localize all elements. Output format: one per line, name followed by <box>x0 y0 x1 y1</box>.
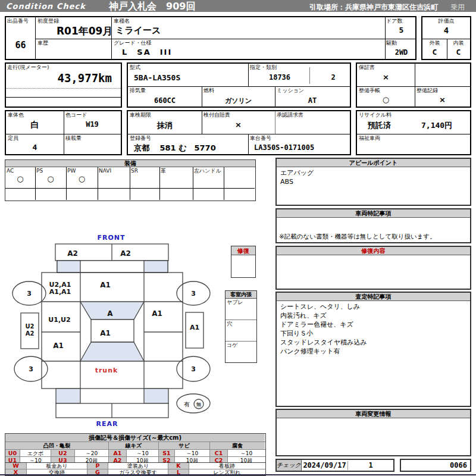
rear-window <box>80 342 144 361</box>
mark-front-bumper-right: A2 <box>120 249 131 258</box>
type-fuel-box: 型式 5BA-LA350S 指定・類別 18736 2 排気量 660CC 燃料… <box>127 62 351 108</box>
vehicle-change-title: 車両変更情報 <box>277 410 470 418</box>
mileage-label: 走行(現メーター) <box>7 64 49 70</box>
spare-tire-mark <box>177 394 210 413</box>
mark-hood: A1 <box>100 281 111 289</box>
mark-code: K <box>168 463 189 469</box>
divider <box>64 111 64 154</box>
chassis-type-value: 5BA-LA350S <box>134 73 180 82</box>
divider <box>130 167 130 200</box>
exterior-label: 外装 <box>422 40 447 46</box>
legend-code: A1 <box>108 450 126 456</box>
assessment-notes-panel: 査定特記事項 シートスレ、ヘタリ、しみ 内装汚れ、キズ ドアミラー色褪せ、キズ … <box>275 292 471 407</box>
displacement-label: 排気量 <box>130 87 146 93</box>
load-label: 積載量 <box>65 135 82 141</box>
mark-right-door: A1 <box>152 309 162 318</box>
equipment-ac-label: AC <box>7 168 14 174</box>
maintenance-book-value: ○ <box>357 95 415 104</box>
score-label: 評価点 <box>422 18 470 24</box>
jibaiseki-value: × <box>202 120 275 129</box>
assessment-line: シートスレ、ヘタリ、しみ <box>277 301 470 311</box>
approval-request-label: 承認請求書 <box>277 112 303 118</box>
rear-label: REAR <box>96 420 118 428</box>
wheel-rl-depth: 3 <box>29 365 33 373</box>
score-value: 4 <box>422 26 470 35</box>
grade-value: L SA III <box>122 47 172 58</box>
lot-number-value: 66 <box>6 40 35 51</box>
divider <box>35 17 36 59</box>
warranty-label: 保証書 <box>359 64 375 70</box>
divider <box>35 167 36 200</box>
history-label: 車歴 <box>37 40 48 46</box>
legend-desc: ～10 <box>174 450 209 456</box>
divider <box>128 86 350 87</box>
doors-value: 5 <box>385 26 418 35</box>
class-number2-value: 2 <box>324 73 342 82</box>
mark-left-side-1: U2 <box>25 323 34 330</box>
cabin-item-tear-label: ヤブレ <box>226 299 256 305</box>
spare-no-label: 無 <box>196 402 202 408</box>
condition-check-logo: Condition Check <box>6 2 86 11</box>
repair-mini-title: 修復 <box>231 246 255 255</box>
divider <box>275 111 275 134</box>
repair-details-panel: 修復内容 <box>275 246 471 290</box>
color-capacity-box: 車体色 白 色コード W19 定員 4 積載量 <box>5 110 122 155</box>
vin-value: LA350S-0171005 <box>254 143 314 152</box>
appeal-line: ABS <box>277 177 470 186</box>
repair-details-title: 修復内容 <box>277 247 470 255</box>
equipment-ps-label: PS <box>36 168 43 174</box>
class-number-label: 指定・類別 <box>250 64 277 70</box>
cabin-item-burn-label: コゲ <box>226 342 256 348</box>
legend-desc: ～20 <box>74 450 108 456</box>
equipment-title: 装備 <box>5 160 255 167</box>
check-count-value: 1 <box>348 461 393 469</box>
capacity-label: 定員 <box>8 135 18 141</box>
shaken-expiry-value: 抹消 <box>128 120 202 131</box>
cowl-corner-left <box>57 261 80 273</box>
mark-roof: A1 <box>100 329 111 337</box>
recycle-fee-value: 7,140円 <box>421 120 452 131</box>
cabin-interior-box: 客室内張 ヤブレ 穴 コゲ <box>225 290 257 363</box>
divider <box>357 86 470 87</box>
legend-code: U0 <box>5 450 20 456</box>
mark-desc: 板金あり <box>26 463 87 469</box>
cabin-interior-title: 客室内張 <box>226 291 256 299</box>
first-registration-value: R01年09月 <box>57 24 112 38</box>
mark-code: W <box>5 463 26 469</box>
divider <box>6 88 121 89</box>
bottom-rule <box>0 474 476 475</box>
divider <box>6 97 121 98</box>
appeal-points-title: アピールポイント <box>277 159 470 167</box>
maintenance-book-label: 整備手帳 <box>359 87 380 93</box>
recycle-fee-label: リサイクル料 <box>359 112 392 118</box>
roof <box>91 320 134 342</box>
displacement-value: 660CC <box>128 96 202 105</box>
sheet-number-value: 0066 <box>450 461 467 469</box>
drive-value: 2WD <box>385 48 418 57</box>
vin-label: 車台番号 <box>250 135 271 141</box>
color-code-label: 色コード <box>65 112 87 118</box>
sheet-number-box: 0066 <box>400 459 471 472</box>
maintenance-record-value: × <box>415 95 470 104</box>
registration-number-value: 京都 581 む 5770 <box>134 143 216 154</box>
divider <box>98 167 98 200</box>
assessment-line: ドアミラー色褪せ、キズ <box>277 320 470 329</box>
class-number-value: 18736 <box>253 73 306 82</box>
appeal-points-panel: アピールポイント エアバッグ ABS <box>275 158 471 206</box>
divider <box>248 134 249 154</box>
check-label: チェック <box>277 460 302 471</box>
trunk-label: trunk <box>95 367 118 374</box>
divider <box>193 167 193 200</box>
mark-left-door-rear: A1 <box>53 342 64 350</box>
cabin-item-hole-label: 穴 <box>226 320 256 327</box>
body-color-value: 白 <box>6 120 64 130</box>
chassis-type-label: 型式 <box>130 64 140 70</box>
equipment-ps-value: ○ <box>35 174 66 183</box>
assessment-line: パンク修理キット有 <box>277 347 470 356</box>
mark-desc: 看板跡 <box>189 463 265 469</box>
basic-info-box: 出品番号 66 初度登録 R01年09月 車種名 ミライース ドア数 5 車歴 … <box>5 16 416 60</box>
repair-mini-box: 修復 <box>231 246 256 278</box>
equipment-lhd-label: 左ハンドル <box>194 168 221 174</box>
warranty-value: × <box>357 73 415 82</box>
cowl-corner-right <box>144 261 168 273</box>
